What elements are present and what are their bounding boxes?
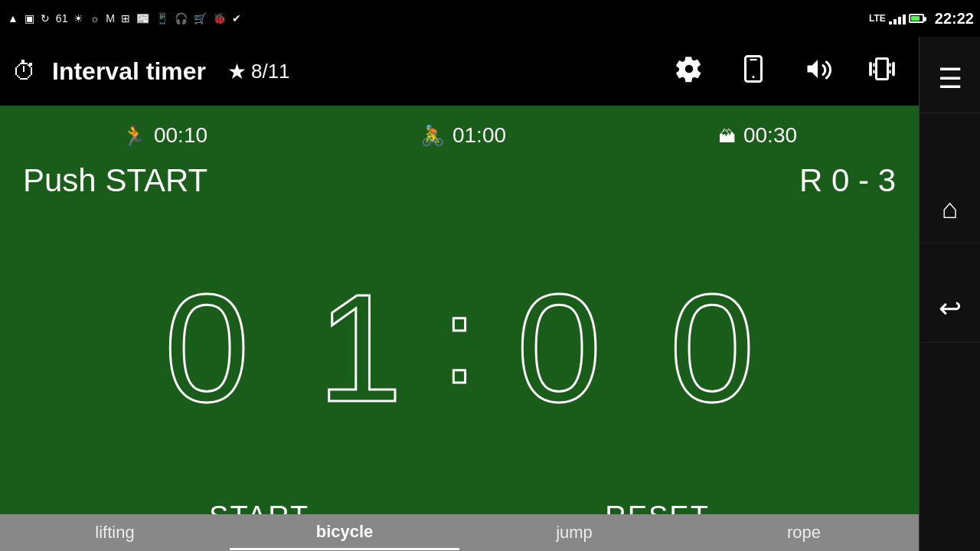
sun2-icon: ☼ <box>88 12 101 24</box>
back-icon: ↩ <box>939 292 962 324</box>
news-icon: 📰 <box>135 12 151 24</box>
signal-bars-icon <box>889 12 906 24</box>
svg-point-1 <box>753 76 755 78</box>
stats-row: 00:10 01:00 00:30 <box>0 106 919 155</box>
right-sidebar: ☰ ⌂ ↩ <box>919 37 980 551</box>
timer-digit-1: 1 <box>283 272 436 425</box>
round-counter-label: R 0 - 3 <box>799 162 896 199</box>
smartnews-icon: 📱 <box>154 12 170 24</box>
hamburger-icon: ☰ <box>938 63 962 95</box>
warmup-time: 00:10 <box>154 123 207 148</box>
lte-label: LTE <box>869 13 886 24</box>
svg-marker-3 <box>808 60 818 78</box>
vibrate-icon[interactable] <box>868 55 896 88</box>
status-time: 22:22 <box>935 10 974 28</box>
timer-digit-3: 0 <box>635 272 789 425</box>
tag-icon: ⊞ <box>119 12 132 24</box>
tab-jump[interactable]: jump <box>459 517 689 549</box>
headphones-icon: 🎧 <box>173 12 189 24</box>
phone-icon[interactable] <box>740 55 767 88</box>
timer-digit-2: 0 <box>482 272 635 425</box>
rest-stat: 00:30 <box>719 123 797 148</box>
battery-icon <box>909 14 924 23</box>
rating-value: 8/11 <box>251 60 290 83</box>
menu-button[interactable]: ☰ <box>920 44 981 113</box>
main-content: 00:10 01:00 00:30 Push START R 0 - 3 0 1… <box>0 106 919 551</box>
check-icon: ✔ <box>230 12 243 24</box>
tab-lifting[interactable]: lifting <box>0 517 230 549</box>
tab-bicycle[interactable]: bicycle <box>230 516 459 550</box>
rest-time: 00:30 <box>743 123 797 148</box>
bottom-tabs: lifting bicycle jump rope <box>0 514 919 551</box>
warmup-stat: 00:10 <box>122 123 207 148</box>
workout-stat: 01:00 <box>420 123 506 148</box>
sun-icon: ☀ <box>72 12 85 24</box>
app-header: ⏱ Interval timer ★ 8/11 <box>0 37 919 106</box>
notification-61-icon: 61 <box>54 12 70 24</box>
gear-icon[interactable] <box>675 55 703 88</box>
rating-container[interactable]: ★ 8/11 <box>227 59 290 84</box>
star-icon: ★ <box>227 59 247 84</box>
app-title: Interval timer <box>52 57 206 86</box>
cart-icon: 🛒 <box>192 12 208 24</box>
home-icon: ⌂ <box>942 193 959 225</box>
back-button[interactable]: ↩ <box>920 274 981 343</box>
svg-rect-4 <box>877 58 888 79</box>
info-row: Push START R 0 - 3 <box>0 155 919 199</box>
bug-icon: 🐞 <box>211 12 227 24</box>
timer-app-icon: ⏱ <box>12 57 37 86</box>
speaker-icon[interactable] <box>804 55 831 88</box>
timer-digit-0: 0 <box>130 272 283 425</box>
status-bar: ▲ ▣ ↻ 61 ☀ ☼ M ⊞ 📰 📱 🎧 🛒 🐞 ✔ LTE 22:22 <box>0 0 980 37</box>
push-start-label: Push START <box>23 162 207 199</box>
tablet-icon: ▣ <box>23 12 36 24</box>
workout-time: 01:00 <box>452 123 506 148</box>
cycling-icon <box>420 123 445 148</box>
gmail-icon: M <box>104 12 116 24</box>
home-button[interactable]: ⌂ <box>920 174 981 243</box>
sync-icon: ↻ <box>39 12 51 24</box>
wifi-icon: ▲ <box>6 12 20 24</box>
tab-rope[interactable]: rope <box>689 517 919 549</box>
hiking-icon <box>719 123 736 148</box>
timer-colon: : <box>436 279 482 417</box>
timer-display: 0 1 : 0 0 <box>0 199 919 497</box>
running-icon <box>122 123 146 148</box>
